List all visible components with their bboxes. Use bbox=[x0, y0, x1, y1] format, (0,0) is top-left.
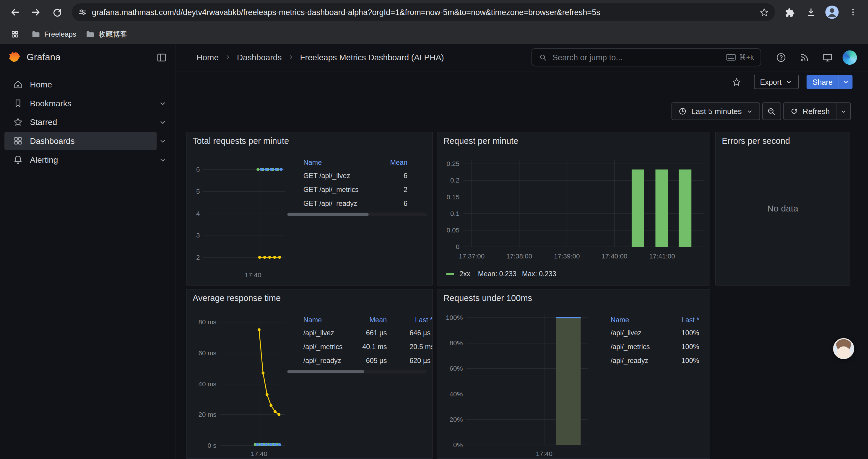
menu-button[interactable] bbox=[844, 3, 863, 22]
legend-row[interactable]: /api/_livez 661 µs 646 µs bbox=[287, 326, 433, 340]
zoom-out-icon bbox=[767, 107, 776, 116]
clock-icon bbox=[678, 107, 687, 116]
sidebar-item-dashboards[interactable]: Dashboards bbox=[4, 132, 157, 150]
series-mean: 2 bbox=[372, 186, 407, 193]
chevron-down-icon[interactable] bbox=[155, 94, 171, 112]
chevron-down-icon[interactable] bbox=[155, 132, 171, 150]
panel-avg-response-time: Average response time 80 ms60 ms40 ms20 … bbox=[186, 289, 433, 459]
breadcrumb-home[interactable]: Home bbox=[196, 53, 219, 62]
back-arrow-icon bbox=[9, 6, 21, 18]
export-button[interactable]: Export bbox=[754, 75, 799, 89]
refresh-button[interactable]: Refresh bbox=[783, 102, 851, 120]
breadcrumb-dashboards[interactable]: Dashboards bbox=[237, 53, 282, 62]
scrollbar-thumb[interactable] bbox=[287, 370, 364, 373]
series-name: /api/_metrics bbox=[303, 343, 354, 351]
request-per-minute-chart[interactable] bbox=[437, 132, 710, 286]
search-input[interactable] bbox=[553, 53, 721, 62]
legend-row[interactable]: GET /api/_readyz 6 bbox=[287, 196, 428, 210]
rss-icon bbox=[799, 52, 810, 63]
series-name: GET /api/_metrics bbox=[303, 186, 372, 193]
legend-row[interactable]: GET /api/_metrics 2 bbox=[287, 183, 428, 196]
apps-grid-button[interactable] bbox=[8, 27, 22, 41]
bookmark-star-icon[interactable] bbox=[759, 7, 770, 18]
sidebar-item-bookmarks[interactable]: Bookmarks bbox=[4, 94, 157, 112]
series-last: 100% bbox=[666, 357, 699, 364]
series-swatch bbox=[446, 273, 454, 275]
reload-button[interactable] bbox=[48, 3, 66, 22]
legend-scrollbar[interactable] bbox=[287, 213, 428, 217]
legend-row[interactable]: GET /api/_livez 6 bbox=[287, 169, 428, 183]
search-box[interactable]: ⌘+k bbox=[531, 48, 761, 66]
search-icon bbox=[538, 53, 548, 62]
panel-request-per-minute: Request per minute 0.250.20.150.10.050 1… bbox=[437, 132, 710, 286]
chart-legend[interactable]: 2xx Mean: 0.233 Max: 0.233 bbox=[446, 270, 556, 277]
time-range-picker[interactable]: Last 5 minutes bbox=[672, 102, 760, 120]
legend-row[interactable]: /api/_metrics 100% bbox=[594, 340, 699, 354]
column-header-name[interactable]: Name bbox=[303, 159, 372, 167]
share-menu-button[interactable] bbox=[839, 75, 852, 89]
scrollbar-thumb[interactable] bbox=[287, 213, 369, 216]
app-header: Home Dashboards Freeleaps Metrics Dashbo… bbox=[176, 44, 868, 71]
extensions-button[interactable] bbox=[780, 3, 800, 22]
sidebar-item-starred[interactable]: Starred bbox=[4, 113, 157, 131]
breadcrumb: Home Dashboards Freeleaps Metrics Dashbo… bbox=[196, 53, 444, 62]
url-input[interactable] bbox=[92, 8, 754, 17]
column-header-name[interactable]: Name bbox=[303, 316, 354, 324]
sidebar-item-label: Starred bbox=[30, 117, 57, 127]
back-button[interactable] bbox=[6, 3, 25, 22]
dock-sidebar-button[interactable] bbox=[156, 52, 167, 63]
downloads-button[interactable] bbox=[802, 3, 820, 22]
kebab-menu-icon bbox=[848, 7, 858, 17]
zoom-out-button[interactable] bbox=[762, 102, 781, 120]
sidebar-item-home[interactable]: Home bbox=[4, 75, 157, 94]
folder-icon bbox=[31, 29, 40, 39]
display-button[interactable] bbox=[819, 49, 836, 66]
sidebar-item-label: Bookmarks bbox=[30, 99, 71, 108]
page: Freeleaps 收藏博客 Grafana bbox=[0, 0, 868, 459]
profile-button[interactable] bbox=[823, 3, 841, 22]
column-header-mean[interactable]: Mean bbox=[354, 316, 387, 324]
dashboards-icon bbox=[13, 136, 23, 146]
series-name: 2xx bbox=[459, 270, 470, 277]
sidebar-item-alerting[interactable]: Alerting bbox=[4, 151, 157, 169]
column-header-mean[interactable]: Mean bbox=[372, 159, 407, 167]
help-button[interactable] bbox=[773, 49, 789, 66]
legend-row[interactable]: /api/_livez 100% bbox=[594, 326, 699, 340]
series-last: 100% bbox=[666, 329, 699, 337]
chevron-down-icon[interactable] bbox=[155, 151, 171, 169]
profile-avatar-icon bbox=[825, 5, 839, 20]
news-button[interactable] bbox=[796, 49, 812, 66]
series-last: 20.5 ms bbox=[409, 343, 433, 351]
column-header-last[interactable]: Last * bbox=[409, 316, 433, 324]
bookmark-label: 收藏博客 bbox=[98, 29, 127, 39]
legend-row[interactable]: /api/_metrics 40.1 ms 20.5 ms bbox=[287, 340, 433, 354]
chevron-down-icon[interactable] bbox=[155, 113, 171, 131]
legend-scrollbar[interactable] bbox=[287, 370, 427, 374]
floating-assistant-avatar[interactable] bbox=[833, 338, 854, 359]
legend-row[interactable]: /api/_readyz 605 µs 620 µs bbox=[287, 354, 433, 367]
column-header-last[interactable]: Last * bbox=[666, 316, 699, 324]
apps-grid-icon bbox=[11, 30, 20, 38]
forward-button[interactable] bbox=[27, 3, 45, 22]
share-button[interactable]: Share bbox=[807, 75, 852, 89]
x-axis-label: 17:40 bbox=[243, 450, 276, 458]
y-axis: 100%80%60%40%20%0% bbox=[437, 314, 463, 449]
bookmark-folder-blogs[interactable]: 收藏博客 bbox=[85, 29, 127, 39]
bookmark-folder-freeleaps[interactable]: Freeleaps bbox=[31, 29, 76, 39]
puzzle-icon bbox=[784, 6, 795, 18]
omnibox[interactable] bbox=[72, 3, 775, 21]
favorite-star-button[interactable] bbox=[731, 77, 742, 88]
sidebar-item-label: Alerting bbox=[30, 155, 58, 165]
refresh-interval-button[interactable] bbox=[836, 107, 850, 114]
column-header-name[interactable]: Name bbox=[611, 316, 666, 324]
grafana-logo[interactable] bbox=[8, 51, 20, 64]
brand-name: Grafana bbox=[27, 52, 61, 63]
sidebar-row-dashboards: Dashboards bbox=[4, 132, 171, 150]
site-controls-icon[interactable] bbox=[78, 7, 88, 17]
user-avatar[interactable] bbox=[843, 51, 857, 65]
sidebar-row-home: Home bbox=[4, 75, 171, 94]
legend-max: Max: 0.233 bbox=[522, 270, 556, 277]
breadcrumb-separator-icon bbox=[286, 53, 295, 61]
series-mean: 605 µs bbox=[354, 357, 387, 364]
legend-row[interactable]: /api/_readyz 100% bbox=[594, 354, 699, 367]
